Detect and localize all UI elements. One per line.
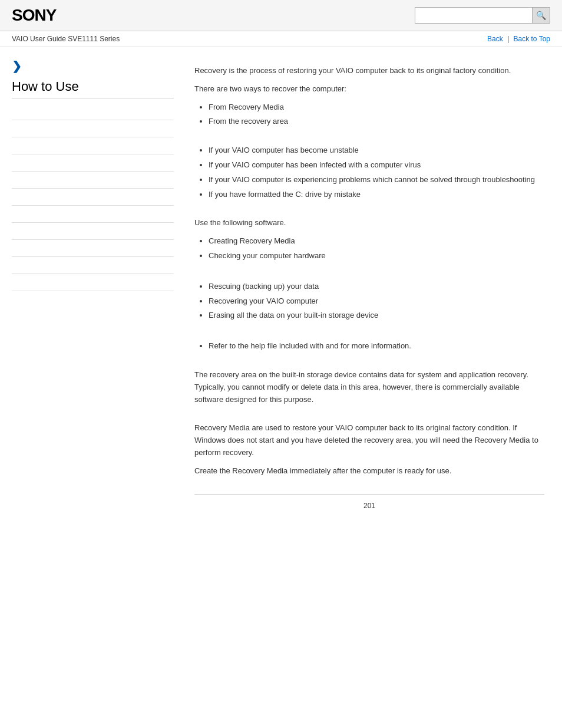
recovery-media-text2: Create the Recovery Media immediately af…: [194, 465, 544, 477]
sidebar-nav-item[interactable]: [12, 189, 174, 206]
list-item: From the recovery area: [209, 116, 544, 128]
sidebar-section-title: How to Use: [12, 79, 174, 98]
chevron-icon[interactable]: ❯: [12, 59, 174, 73]
sidebar-nav-item[interactable]: [12, 223, 174, 240]
sidebar-nav-item[interactable]: [12, 103, 174, 120]
nav-links: Back | Back to Top: [487, 35, 550, 43]
sidebar-nav-item[interactable]: [12, 120, 174, 137]
section-recovery-area: The recovery area on the built-in storag…: [194, 369, 544, 406]
list-item: Creating Recovery Media: [209, 235, 544, 248]
when-recover-list: If your VAIO computer has become unstabl…: [194, 144, 544, 200]
list-item: Checking your computer hardware: [209, 250, 544, 262]
list-item: If you have formatted the C: drive by mi…: [209, 189, 544, 201]
software-list-b: Rescuing (backing up) your data Recoveri…: [194, 281, 544, 322]
list-item: Recovering your VAIO computer: [209, 295, 544, 308]
sidebar-nav-item[interactable]: [12, 257, 174, 274]
recovery-ways-list: From Recovery Media From the recovery ar…: [194, 101, 544, 129]
section-software: Use the following software. Creating Rec…: [194, 217, 544, 353]
sidebar-nav: [12, 103, 174, 291]
recovery-intro-text: Recovery is the process of restoring you…: [194, 65, 544, 77]
search-input[interactable]: [415, 7, 533, 24]
list-item: If your VAIO computer has become unstabl…: [209, 144, 544, 157]
section-when-to-recover: If your VAIO computer has become unstabl…: [194, 144, 544, 200]
section-recovery-intro: Recovery is the process of restoring you…: [194, 65, 544, 128]
back-link[interactable]: Back: [487, 35, 503, 43]
list-item: Rescuing (backing up) your data: [209, 281, 544, 293]
subheader: VAIO User Guide SVE1111 Series Back | Ba…: [0, 31, 562, 47]
list-item: From Recovery Media: [209, 101, 544, 114]
software-intro: Use the following software.: [194, 217, 544, 229]
recovery-area-text: The recovery area on the built-in storag…: [194, 369, 544, 406]
main-container: ❯ How to Use Recovery is the process of …: [0, 47, 562, 535]
sidebar-nav-item[interactable]: [12, 206, 174, 223]
recovery-ways-intro: There are two ways to recover the comput…: [194, 83, 544, 95]
sidebar-nav-item[interactable]: [12, 137, 174, 154]
page-number: 201: [194, 495, 544, 517]
search-button[interactable]: 🔍: [533, 7, 550, 24]
list-item: If your VAIO computer has been infected …: [209, 159, 544, 172]
guide-title: VAIO User Guide SVE1111 Series: [12, 35, 120, 43]
list-item: If your VAIO computer is experiencing pr…: [209, 174, 544, 186]
sidebar-nav-item[interactable]: [12, 172, 174, 189]
software-list-c: Refer to the help file included with and…: [194, 340, 544, 353]
back-to-top-link[interactable]: Back to Top: [514, 35, 550, 43]
nav-separator: |: [507, 35, 509, 43]
header: SONY 🔍: [0, 0, 562, 31]
sidebar-nav-item[interactable]: [12, 240, 174, 257]
sidebar-nav-item[interactable]: [12, 154, 174, 172]
sidebar: ❯ How to Use: [0, 47, 183, 535]
sony-logo: SONY: [12, 6, 56, 25]
software-list-a: Creating Recovery Media Checking your co…: [194, 235, 544, 262]
content-area: Recovery is the process of restoring you…: [183, 47, 562, 535]
list-item: Erasing all the data on your built-in st…: [209, 309, 544, 322]
search-area: 🔍: [415, 7, 550, 24]
list-item: Refer to the help file included with and…: [209, 340, 544, 353]
search-icon: 🔍: [536, 11, 546, 20]
sidebar-nav-item[interactable]: [12, 274, 174, 291]
recovery-media-text1: Recovery Media are used to restore your …: [194, 422, 544, 459]
section-recovery-media: Recovery Media are used to restore your …: [194, 422, 544, 477]
